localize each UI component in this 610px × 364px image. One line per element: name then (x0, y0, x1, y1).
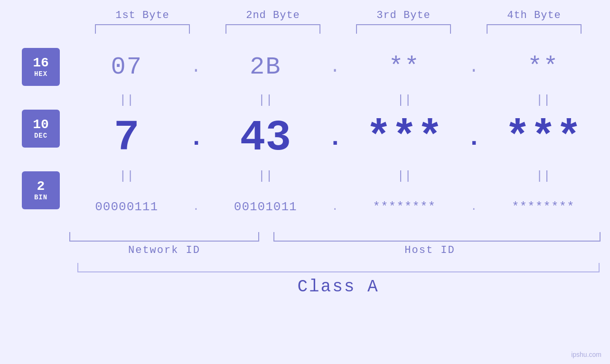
bracket-top-2 (225, 24, 320, 34)
byte-headers: 1st Byte 2nd Byte 3rd Byte 4th Byte (77, 9, 600, 21)
hex-dot-2: . (328, 57, 342, 77)
id-labels: Network ID Host ID (69, 244, 601, 256)
bottom-brackets (69, 232, 601, 242)
data-area: 07 . 2B . ** . ** (69, 43, 601, 256)
dec-badge-num: 10 (33, 118, 49, 132)
equals-dec-bin: || || || || (69, 167, 601, 186)
eq-4: || (491, 93, 595, 107)
dec-dot-3: . (467, 124, 481, 152)
eq-b1: || (75, 169, 179, 183)
outer-bracket (77, 263, 600, 272)
dec-badge-label: DEC (34, 132, 47, 140)
bin-val-2: 00101011 (213, 200, 318, 214)
watermark: ipshu.com (571, 351, 601, 358)
dec-val-2: 43 (213, 117, 318, 159)
bracket-top-4 (487, 24, 582, 34)
equals-hex-dec: || || || || (69, 91, 601, 110)
hex-dot-3: . (467, 57, 481, 77)
network-id-label: Network ID (69, 244, 259, 256)
bin-val-3: ******** (352, 200, 457, 214)
bin-row: 00000111 . 00101011 . ******** . (69, 186, 601, 228)
hex-val-2: 2B (213, 53, 318, 81)
bin-badge: 2 BIN (22, 171, 60, 209)
bracket-top-1 (95, 24, 190, 34)
bin-badge-label: BIN (34, 194, 47, 201)
bracket-top-3 (356, 24, 451, 34)
hex-val-4: ** (491, 53, 595, 81)
hex-badge-label: HEX (34, 70, 47, 78)
hex-val-3: ** (352, 53, 457, 81)
hex-row: 07 . 2B . ** . ** (69, 43, 601, 91)
class-label: Class A (77, 277, 600, 297)
bin-dot-2: . (328, 201, 342, 213)
top-brackets (77, 24, 600, 34)
eq-3: || (352, 93, 457, 107)
hex-dot-1: . (189, 57, 203, 77)
eq-b4: || (491, 169, 595, 183)
bin-dot-1: . (189, 201, 203, 213)
dec-row: 7 . 43 . *** . *** (69, 110, 601, 167)
dec-val-4: *** (491, 117, 595, 159)
main-container: 1st Byte 2nd Byte 3rd Byte 4th Byte 16 H… (0, 0, 610, 364)
eq-b3: || (352, 169, 457, 183)
dec-val-1: 7 (75, 117, 179, 159)
byte-header-3: 3rd Byte (351, 9, 456, 21)
byte-header-4: 4th Byte (482, 9, 586, 21)
eq-b2: || (213, 169, 318, 183)
dec-dot-1: . (189, 124, 203, 152)
bracket-network (69, 232, 259, 242)
bottom-brackets-container: Network ID Host ID (69, 232, 601, 256)
bin-badge-num: 2 (37, 179, 45, 194)
dec-val-3: *** (352, 117, 457, 159)
dec-badge: 10 DEC (22, 110, 60, 148)
eq-2: || (213, 93, 318, 107)
bracket-host (273, 232, 601, 242)
byte-header-1: 1st Byte (90, 9, 195, 21)
bracket-spacer (259, 232, 273, 242)
bin-dot-3: . (467, 201, 481, 213)
hex-badge: 16 HEX (22, 48, 60, 86)
bin-val-4: ******** (491, 200, 595, 214)
badges-column: 16 HEX 10 DEC 2 BIN (22, 48, 60, 209)
dec-dot-2: . (328, 124, 342, 152)
bin-val-1: 00000111 (75, 200, 179, 214)
byte-header-2: 2nd Byte (221, 9, 325, 21)
eq-1: || (75, 93, 179, 107)
main-content: 16 HEX 10 DEC 2 BIN 07 . (0, 43, 610, 256)
host-id-label: Host ID (259, 244, 601, 256)
hex-val-1: 07 (75, 53, 179, 81)
hex-badge-num: 16 (33, 56, 49, 71)
